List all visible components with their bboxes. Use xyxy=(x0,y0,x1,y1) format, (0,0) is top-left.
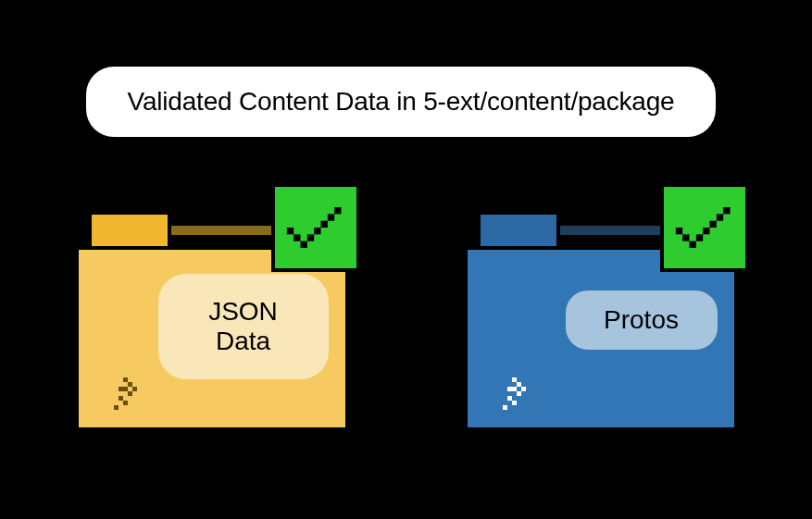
folder-label-text: Protos xyxy=(604,305,679,335)
folder-tab-icon xyxy=(88,211,171,250)
svg-rect-0 xyxy=(123,377,128,382)
svg-rect-28 xyxy=(689,241,695,248)
checkmark-badge-icon xyxy=(660,183,749,272)
decorative-glyph-icon xyxy=(108,374,149,414)
svg-rect-24 xyxy=(512,401,517,405)
decorative-glyph-icon xyxy=(497,374,538,414)
folder-label-text: JSON Data xyxy=(208,297,278,356)
svg-rect-5 xyxy=(128,391,132,396)
svg-rect-25 xyxy=(503,405,507,410)
svg-rect-1 xyxy=(128,382,132,387)
svg-rect-23 xyxy=(507,396,512,401)
svg-rect-21 xyxy=(521,387,526,391)
svg-rect-33 xyxy=(723,207,730,214)
svg-rect-19 xyxy=(507,387,512,391)
svg-rect-10 xyxy=(294,234,300,241)
svg-rect-12 xyxy=(306,234,313,241)
svg-rect-20 xyxy=(512,387,517,391)
svg-rect-16 xyxy=(334,207,341,214)
folder-json-data: JSON Data xyxy=(64,183,360,442)
folders-row: JSON Data xyxy=(0,183,812,442)
header-title-text: Validated Content Data in 5-ext/content/… xyxy=(128,87,675,117)
svg-rect-9 xyxy=(286,228,293,234)
svg-rect-27 xyxy=(682,234,689,241)
svg-rect-26 xyxy=(675,228,681,234)
svg-rect-6 xyxy=(119,396,123,401)
svg-rect-8 xyxy=(114,405,119,410)
svg-rect-22 xyxy=(517,391,521,396)
folder-label-pill: JSON Data xyxy=(158,274,329,379)
svg-rect-31 xyxy=(709,221,716,228)
svg-rect-4 xyxy=(132,387,137,391)
svg-rect-29 xyxy=(695,234,702,241)
svg-rect-30 xyxy=(703,228,709,234)
svg-rect-18 xyxy=(517,382,521,387)
svg-rect-2 xyxy=(119,387,123,391)
folder-tab-icon xyxy=(477,211,560,250)
header-title-pill: Validated Content Data in 5-ext/content/… xyxy=(86,67,716,137)
svg-rect-13 xyxy=(314,228,320,234)
svg-rect-11 xyxy=(300,241,306,248)
svg-rect-32 xyxy=(716,214,722,220)
svg-rect-17 xyxy=(512,377,517,382)
folder-protos: Protos xyxy=(453,183,749,442)
svg-rect-3 xyxy=(123,387,128,391)
folder-label-pill: Protos xyxy=(566,290,718,350)
checkmark-badge-icon xyxy=(271,183,360,272)
svg-rect-7 xyxy=(123,401,128,405)
svg-rect-15 xyxy=(327,214,333,220)
svg-rect-14 xyxy=(320,221,327,228)
